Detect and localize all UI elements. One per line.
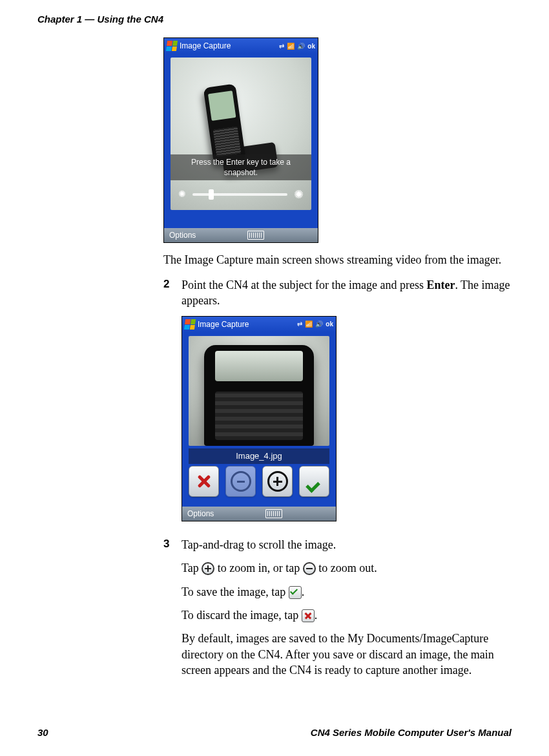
ok-button[interactable]: ok — [307, 42, 315, 51]
sync-icon: ⇄ — [297, 320, 302, 329]
step-3-line-5: By default, images are saved to the My D… — [181, 631, 512, 678]
step-3-line-4: To discard the image, tap . — [181, 607, 512, 623]
cross-icon — [302, 609, 315, 622]
zoom-out-icon — [303, 562, 316, 575]
menubar: Options — [164, 228, 318, 242]
captured-image-viewport[interactable] — [189, 336, 329, 446]
screenshot-image-capture-review: Image Capture ⇄ 📶 🔊 ok Image_4.jpg — [181, 316, 337, 521]
step-3-line-1: Tap-and-drag to scroll the image. — [181, 537, 512, 552]
signal-icon: 📶 — [287, 42, 295, 51]
step-2-text: Point the CN4 at the subject for the ima… — [181, 277, 512, 309]
page-footer: 30 CN4 Series Mobile Computer User's Man… — [37, 726, 512, 739]
keyboard-icon[interactable] — [265, 509, 282, 518]
step-3-line-3: To save the image, tap . — [181, 584, 512, 600]
titlebar: Image Capture ⇄ 📶 🔊 ok — [164, 38, 318, 54]
app-title: Image Capture — [198, 319, 295, 330]
step-3: 3 Tap-and-drag to scroll the image. Tap … — [163, 537, 512, 686]
signal-x-icon: 📶 — [305, 320, 313, 329]
review-button-row — [189, 465, 329, 498]
zoom-out-icon — [231, 471, 251, 492]
step-3-line-2: Tap to zoom in, or tap to zoom out. — [181, 560, 512, 576]
captured-image — [204, 345, 314, 446]
filename-label: Image_4.jpg — [189, 448, 329, 464]
step-number: 2 — [163, 277, 181, 531]
discard-button[interactable] — [189, 466, 219, 497]
keyboard-icon[interactable] — [247, 231, 264, 240]
windows-start-icon — [166, 41, 178, 51]
ok-button[interactable]: ok — [326, 320, 333, 329]
check-icon — [289, 586, 302, 599]
slider-track[interactable] — [192, 193, 287, 196]
slider-thumb[interactable] — [209, 189, 214, 200]
screenshot-image-capture-main: Image Capture ⇄ 📶 🔊 ok Press the Enter k… — [163, 37, 318, 243]
status-icons: ⇄ 📶 🔊 ok — [279, 42, 315, 51]
enter-key-label: Enter — [426, 278, 455, 291]
speaker-icon: 🔊 — [297, 42, 305, 51]
check-icon — [306, 473, 323, 490]
options-menu[interactable]: Options — [187, 509, 214, 519]
brightness-slider[interactable]: ✺ ✺ — [178, 187, 304, 202]
app-title: Image Capture — [180, 41, 276, 51]
windows-start-icon — [184, 319, 196, 330]
step-number: 3 — [163, 537, 181, 686]
speaker-icon: 🔊 — [315, 320, 323, 329]
camera-viewport: Press the Enter key to take a snapshot. … — [171, 58, 311, 210]
titlebar: Image Capture ⇄ 📶 🔊 ok — [182, 317, 336, 332]
zoom-out-button[interactable] — [225, 466, 256, 497]
step-2: 2 Point the CN4 at the subject for the i… — [163, 277, 512, 531]
manual-title: CN4 Series Mobile Computer User's Manual — [311, 726, 512, 739]
cross-icon — [197, 474, 211, 488]
sync-icon: ⇄ — [279, 42, 284, 51]
page-number: 30 — [37, 726, 48, 739]
zoom-in-icon — [267, 471, 288, 492]
save-button[interactable] — [299, 466, 329, 497]
options-menu[interactable]: Options — [169, 230, 196, 240]
brightness-low-icon: ✺ — [178, 190, 186, 199]
running-header: Chapter 1 — Using the CN4 — [37, 13, 512, 26]
zoom-in-button[interactable] — [262, 466, 293, 497]
status-icons: ⇄ 📶 🔊 ok — [297, 320, 333, 329]
menubar: Options — [182, 507, 336, 521]
zoom-in-icon — [202, 562, 214, 575]
caption-screenshot1: The Image Capture main screen shows stre… — [163, 252, 512, 268]
hint-banner: Press the Enter key to take a snapshot. — [171, 154, 311, 180]
brightness-high-icon: ✺ — [294, 189, 304, 200]
